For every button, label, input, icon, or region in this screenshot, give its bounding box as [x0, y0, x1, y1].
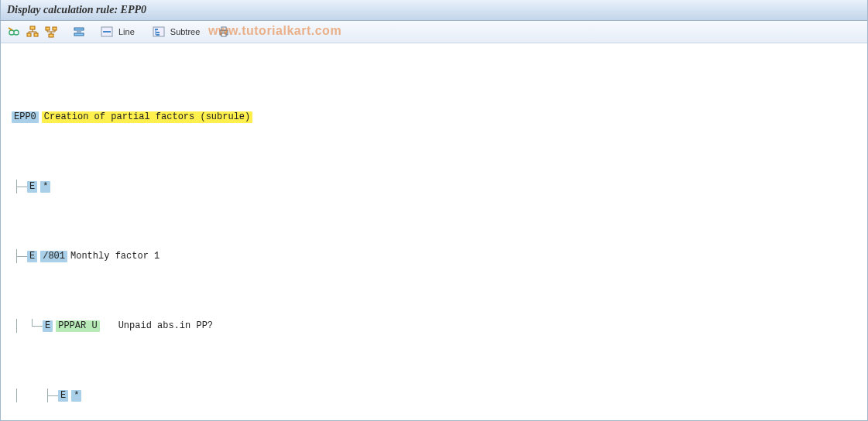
toggle-glasses-icon[interactable] — [5, 23, 22, 40]
wage-type: /801 — [40, 251, 67, 262]
node-e: E — [43, 320, 53, 332]
node-desc: Monthly factor 1 — [67, 249, 160, 263]
svg-rect-1 — [27, 33, 31, 36]
operation: PPPAR U — [56, 320, 99, 332]
svg-rect-16 — [221, 33, 226, 36]
tree-panel: EPP0 Creation of partial factors (subrul… — [1, 43, 867, 421]
svg-rect-4 — [46, 27, 50, 30]
tree-node[interactable]: E PPPAR U Unpaid abs.in PP? — [12, 319, 859, 333]
node-e: E — [27, 181, 37, 193]
svg-rect-2 — [34, 33, 38, 36]
root-desc: Creation of partial factors (subrule) — [42, 111, 252, 123]
collapse-icon[interactable] — [70, 23, 87, 40]
svg-rect-11 — [155, 29, 158, 30]
svg-rect-15 — [221, 27, 226, 30]
app-window: Display calculation rule: EPP0 Line Subt… — [0, 0, 868, 421]
tree-node[interactable]: E /801 Monthly factor 1 — [12, 249, 859, 263]
node-e: E — [27, 251, 37, 262]
svg-rect-7 — [74, 33, 84, 36]
svg-rect-0 — [30, 26, 35, 29]
tree-node[interactable]: E * — [12, 388, 859, 402]
svg-rect-13 — [156, 34, 160, 36]
hierarchy-down-icon[interactable] — [43, 23, 60, 40]
line-button[interactable]: Line — [117, 27, 139, 36]
root-code: EPP0 — [12, 111, 39, 123]
page-title: Display calculation rule: EPP0 — [7, 4, 146, 16]
svg-rect-3 — [49, 34, 53, 37]
calculation-rule-tree[interactable]: EPP0 Creation of partial factors (subrul… — [12, 54, 859, 421]
title-bar: Display calculation rule: EPP0 — [1, 0, 867, 21]
svg-rect-6 — [74, 28, 84, 30]
node-e: E — [58, 390, 68, 402]
subtree-button[interactable]: Subtree — [169, 27, 205, 36]
tree-root[interactable]: EPP0 Creation of partial factors (subrul… — [12, 110, 859, 124]
svg-point-17 — [226, 31, 228, 33]
node-star: * — [40, 181, 50, 193]
print-icon[interactable] — [215, 23, 232, 40]
svg-rect-12 — [156, 32, 160, 33]
hierarchy-up-icon[interactable] — [24, 23, 41, 40]
svg-rect-5 — [53, 27, 57, 30]
svg-rect-9 — [103, 31, 111, 33]
tree-node[interactable]: E * — [12, 180, 859, 193]
toolbar: Line Subtree www.tutorialkart.com — [1, 21, 867, 43]
node-star: * — [71, 390, 81, 402]
subtree-icon[interactable] — [150, 23, 167, 40]
node-desc: Unpaid abs.in PP? — [118, 319, 213, 333]
line-icon[interactable] — [98, 23, 115, 40]
